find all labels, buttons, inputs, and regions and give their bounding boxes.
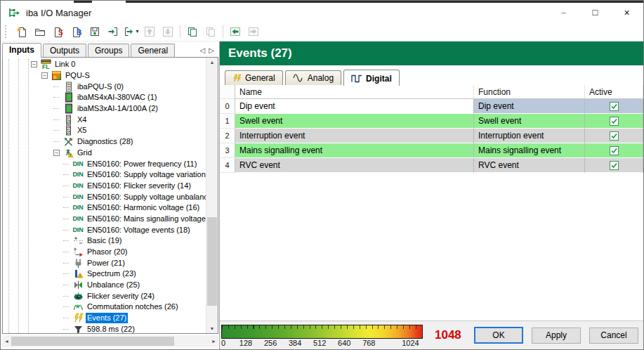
export-button[interactable]: ▾ [122, 23, 140, 40]
tree-item[interactable]: X5 [3, 125, 206, 136]
tree-item[interactable]: ibaMS4xAI-380VAC (1) [3, 92, 206, 103]
tree-item[interactable]: Power (21) [3, 257, 206, 268]
active-checkbox[interactable] [610, 131, 619, 141]
tree-item[interactable]: ibaPQU-S (0) [3, 81, 206, 92]
active-cell[interactable] [585, 114, 643, 129]
tree-item[interactable]: Events (27) [3, 313, 206, 324]
tab-scroll-right-icon[interactable]: ▷ [209, 46, 214, 54]
tree-item[interactable]: Phasor (20) [3, 247, 206, 258]
active-checkbox[interactable] [610, 102, 619, 111]
cancel-button[interactable]: Cancel [589, 328, 638, 344]
tree-item[interactable]: DINEN50160: Power frequency (11) [3, 158, 206, 169]
tree-expander-icon[interactable]: – [41, 72, 48, 79]
scroll-right-icon[interactable]: ► [211, 339, 216, 344]
tree-item[interactable]: ibaMS3xAI-1A/100A (2) [3, 103, 206, 115]
active-cell[interactable] [585, 99, 643, 114]
vertical-scroll-thumb[interactable] [207, 217, 217, 305]
tree-item[interactable]: –sPQU-S [3, 70, 206, 82]
active-checkbox[interactable] [610, 146, 619, 155]
ok-button[interactable]: OK [474, 327, 523, 344]
name-cell[interactable]: Swell event [235, 114, 474, 129]
tree-item[interactable]: DINEN50160: Mains signalling voltage (1 [3, 214, 206, 225]
tab-digital[interactable]: Digital [343, 70, 400, 86]
name-cell[interactable]: Interruption event [235, 129, 474, 143]
table-row[interactable]: 3Mains signalling eventMains signalling … [220, 143, 643, 158]
tree-vertical-scrollbar[interactable]: ▲ ▼ [206, 58, 218, 333]
move-down-button[interactable] [159, 23, 177, 40]
tree-item[interactable]: Diagnostics (28) [3, 136, 206, 148]
close-button[interactable]: × [611, 4, 643, 21]
toolbar-grip[interactable] [5, 25, 9, 38]
active-checkbox[interactable] [610, 117, 619, 126]
name-cell[interactable]: Mains signalling event [235, 143, 474, 158]
tree-item[interactable]: –!Grid [3, 148, 206, 159]
scroll-left-icon[interactable]: ◄ [4, 339, 9, 344]
function-cell[interactable]: Dip event [474, 99, 585, 114]
tree-item[interactable]: DINEN50160: Voltage events (18) [3, 224, 206, 235]
maximize-button[interactable]: □ [579, 4, 611, 21]
function-cell[interactable]: Interruption event [474, 129, 585, 143]
tree-item[interactable]: Flicker severity (24) [3, 290, 206, 302]
name-cell[interactable]: Dip event [235, 99, 474, 114]
paste-button[interactable] [202, 23, 220, 40]
phasor-icon [72, 247, 84, 257]
tab-inputs[interactable]: Inputs [2, 43, 41, 58]
tree-horizontal-scrollbar[interactable]: ◄ ► [2, 335, 218, 347]
tree-item[interactable]: DINEN50160: Supply voltage variation (1 [3, 169, 206, 181]
tab-general[interactable]: General [225, 70, 283, 85]
tree-item[interactable]: –FLLink 0 [3, 59, 206, 70]
open-file-s-button[interactable]: S [49, 23, 67, 40]
active-cell[interactable] [585, 158, 643, 173]
minimize-button[interactable]: – [548, 4, 579, 21]
tree-item[interactable]: Unbalance (25) [3, 280, 206, 291]
row-index: 3 [220, 143, 235, 158]
table-row[interactable]: 0Dip eventDip event [220, 99, 643, 114]
copy-button[interactable] [183, 23, 202, 40]
tree-expander-icon[interactable]: – [31, 61, 37, 67]
dropdown-caret-icon[interactable]: ▾ [136, 28, 138, 34]
scroll-down-icon[interactable]: ▼ [210, 326, 215, 331]
tree-item[interactable]: DINEN50160: Flicker severity (14) [3, 181, 206, 192]
active-checkbox[interactable] [610, 161, 619, 170]
tree-item[interactable]: DINEN50160: Supply voltage unbalance [3, 191, 206, 202]
tree-item[interactable]: 598.8 ms (22) [3, 324, 206, 334]
move-up-button[interactable] [140, 23, 159, 40]
navigate-forward-button[interactable] [244, 23, 263, 40]
tab-scroll-left-icon[interactable]: ◁ [200, 46, 206, 54]
active-cell[interactable] [585, 129, 643, 143]
table-row[interactable]: 4RVC eventRVC event [220, 158, 643, 173]
tree-item[interactable]: X4 [3, 114, 206, 125]
column-header-function[interactable]: Function [474, 85, 585, 99]
new-configuration-button[interactable]: ★ [13, 23, 31, 40]
tree-item[interactable]: Commutation notches (26) [3, 302, 206, 313]
name-cell[interactable]: RVC event [235, 158, 474, 173]
column-header-active[interactable]: Active [585, 85, 643, 99]
tree-item-label: EN50160: Power frequency (11) [86, 159, 198, 169]
table-row[interactable]: 2Interruption eventInterruption event [220, 129, 643, 143]
active-cell[interactable] [585, 143, 643, 158]
column-header-name[interactable]: Name [235, 85, 474, 99]
scroll-up-icon[interactable]: ▲ [210, 60, 215, 65]
tree-expander-icon[interactable]: – [53, 150, 60, 156]
navigate-back-button[interactable] [226, 23, 244, 40]
tab-outputs[interactable]: Outputs [43, 44, 86, 57]
tree-item[interactable]: DINEN50160: Harmonic voltage (16) [3, 202, 206, 214]
import-button[interactable] [104, 23, 122, 40]
tree-item[interactable]: Basic (19) [3, 235, 206, 247]
function-cell[interactable]: RVC event [474, 158, 585, 173]
save-configuration-button[interactable] [86, 23, 104, 40]
open-configuration-button[interactable] [31, 23, 49, 40]
table-row[interactable]: 1Swell eventSwell event [220, 114, 643, 129]
tree-item-label: ibaMS4xAI-380VAC (1) [76, 92, 159, 103]
tree-connector [63, 164, 69, 164]
tab-general[interactable]: General [131, 44, 175, 57]
function-cell[interactable]: Mains signalling event [474, 143, 585, 158]
tree-item[interactable]: !Spectrum (23) [3, 268, 206, 280]
open-file-b-button[interactable]: B [67, 23, 86, 40]
up-arrow-icon [144, 26, 155, 37]
apply-button[interactable]: Apply [532, 328, 581, 344]
function-cell[interactable]: Swell event [474, 114, 585, 129]
horizontal-scroll-thumb[interactable] [11, 337, 174, 346]
tab-analog[interactable]: Analog [285, 70, 341, 85]
tab-groups[interactable]: Groups [88, 44, 129, 57]
